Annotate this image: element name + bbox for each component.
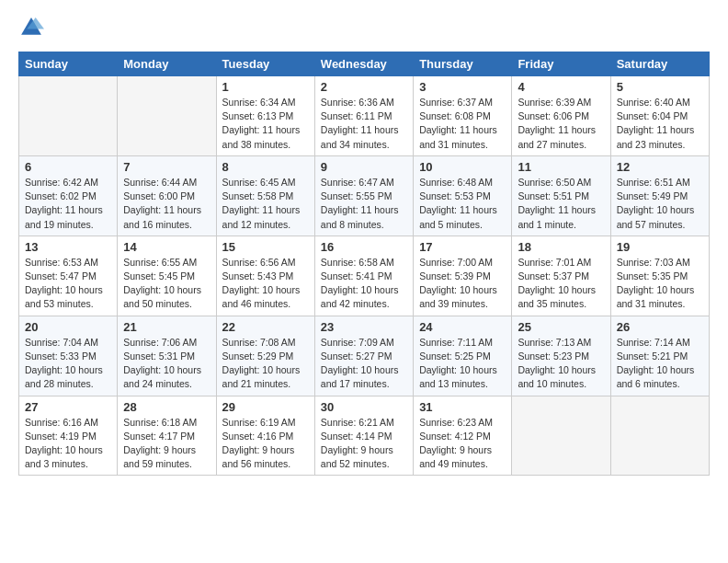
day-number: 14 [123, 240, 210, 254]
day-info: Sunrise: 6:34 AM Sunset: 6:13 PM Dayligh… [222, 96, 309, 152]
calendar-cell: 7Sunrise: 6:44 AM Sunset: 6:00 PM Daylig… [118, 155, 216, 236]
logo [18, 15, 48, 40]
day-info: Sunrise: 6:53 AM Sunset: 5:47 PM Dayligh… [25, 256, 111, 312]
day-number: 3 [419, 80, 506, 94]
weekday-header: Saturday [610, 52, 709, 76]
calendar-cell: 9Sunrise: 6:47 AM Sunset: 5:55 PM Daylig… [314, 155, 413, 236]
calendar-week-row: 13Sunrise: 6:53 AM Sunset: 5:47 PM Dayli… [19, 236, 710, 316]
calendar-cell: 24Sunrise: 7:11 AM Sunset: 5:25 PM Dayli… [414, 316, 512, 396]
day-info: Sunrise: 6:50 AM Sunset: 5:51 PM Dayligh… [518, 176, 604, 232]
calendar-cell: 27Sunrise: 6:16 AM Sunset: 4:19 PM Dayli… [19, 396, 118, 476]
calendar-cell: 28Sunrise: 6:18 AM Sunset: 4:17 PM Dayli… [118, 396, 216, 476]
calendar-cell [512, 396, 610, 476]
calendar-table: SundayMondayTuesdayWednesdayThursdayFrid… [18, 52, 710, 476]
day-number: 16 [321, 240, 407, 254]
calendar-cell: 30Sunrise: 6:21 AM Sunset: 4:14 PM Dayli… [314, 396, 413, 476]
weekday-header: Wednesday [314, 52, 413, 76]
day-info: Sunrise: 7:09 AM Sunset: 5:27 PM Dayligh… [321, 336, 407, 392]
day-number: 10 [419, 160, 506, 174]
calendar-cell: 22Sunrise: 7:08 AM Sunset: 5:29 PM Dayli… [216, 316, 314, 396]
day-number: 13 [25, 240, 111, 254]
weekday-header: Sunday [19, 52, 118, 76]
day-number: 24 [419, 320, 506, 334]
day-info: Sunrise: 6:36 AM Sunset: 6:11 PM Dayligh… [321, 96, 407, 152]
day-number: 4 [518, 80, 604, 94]
day-number: 9 [321, 160, 407, 174]
calendar-cell: 26Sunrise: 7:14 AM Sunset: 5:21 PM Dayli… [610, 316, 709, 396]
day-number: 2 [321, 80, 407, 94]
calendar-cell: 12Sunrise: 6:51 AM Sunset: 5:49 PM Dayli… [610, 155, 709, 236]
day-info: Sunrise: 6:19 AM Sunset: 4:16 PM Dayligh… [222, 416, 309, 472]
weekday-header-row: SundayMondayTuesdayWednesdayThursdayFrid… [19, 52, 710, 76]
day-number: 21 [123, 320, 210, 334]
day-number: 25 [518, 320, 604, 334]
day-number: 7 [123, 160, 210, 174]
calendar-cell [118, 76, 216, 156]
day-info: Sunrise: 6:21 AM Sunset: 4:14 PM Dayligh… [321, 416, 407, 472]
day-info: Sunrise: 6:37 AM Sunset: 6:08 PM Dayligh… [419, 96, 506, 152]
calendar-week-row: 1Sunrise: 6:34 AM Sunset: 6:13 PM Daylig… [19, 76, 710, 156]
weekday-header: Monday [118, 52, 216, 76]
calendar-cell: 17Sunrise: 7:00 AM Sunset: 5:39 PM Dayli… [414, 236, 512, 316]
day-info: Sunrise: 7:08 AM Sunset: 5:29 PM Dayligh… [222, 336, 309, 392]
day-info: Sunrise: 7:03 AM Sunset: 5:35 PM Dayligh… [617, 256, 703, 312]
day-number: 26 [617, 320, 703, 334]
calendar-cell: 16Sunrise: 6:58 AM Sunset: 5:41 PM Dayli… [314, 236, 413, 316]
day-info: Sunrise: 6:42 AM Sunset: 6:02 PM Dayligh… [25, 176, 111, 232]
calendar-week-row: 6Sunrise: 6:42 AM Sunset: 6:02 PM Daylig… [19, 155, 710, 236]
day-info: Sunrise: 7:06 AM Sunset: 5:31 PM Dayligh… [123, 336, 210, 392]
day-number: 5 [617, 80, 703, 94]
calendar-cell: 10Sunrise: 6:48 AM Sunset: 5:53 PM Dayli… [414, 155, 512, 236]
day-info: Sunrise: 6:23 AM Sunset: 4:12 PM Dayligh… [419, 416, 506, 472]
day-info: Sunrise: 6:51 AM Sunset: 5:49 PM Dayligh… [617, 176, 703, 232]
calendar-cell: 11Sunrise: 6:50 AM Sunset: 5:51 PM Dayli… [512, 155, 610, 236]
day-number: 30 [321, 400, 407, 414]
calendar-cell: 25Sunrise: 7:13 AM Sunset: 5:23 PM Dayli… [512, 316, 610, 396]
calendar-cell: 29Sunrise: 6:19 AM Sunset: 4:16 PM Dayli… [216, 396, 314, 476]
day-number: 11 [518, 160, 604, 174]
day-number: 12 [617, 160, 703, 174]
weekday-header: Thursday [414, 52, 512, 76]
calendar-cell: 20Sunrise: 7:04 AM Sunset: 5:33 PM Dayli… [19, 316, 118, 396]
day-info: Sunrise: 6:44 AM Sunset: 6:00 PM Dayligh… [123, 176, 210, 232]
day-info: Sunrise: 6:55 AM Sunset: 5:45 PM Dayligh… [123, 256, 210, 312]
day-info: Sunrise: 6:39 AM Sunset: 6:06 PM Dayligh… [518, 96, 604, 152]
day-number: 18 [518, 240, 604, 254]
day-number: 31 [419, 400, 506, 414]
day-info: Sunrise: 7:04 AM Sunset: 5:33 PM Dayligh… [25, 336, 111, 392]
calendar-cell: 5Sunrise: 6:40 AM Sunset: 6:04 PM Daylig… [610, 76, 709, 156]
day-number: 8 [222, 160, 309, 174]
calendar-cell: 23Sunrise: 7:09 AM Sunset: 5:27 PM Dayli… [314, 316, 413, 396]
day-number: 19 [617, 240, 703, 254]
logo-icon [18, 15, 44, 40]
weekday-header: Tuesday [216, 52, 314, 76]
calendar-cell: 4Sunrise: 6:39 AM Sunset: 6:06 PM Daylig… [512, 76, 610, 156]
calendar-cell: 1Sunrise: 6:34 AM Sunset: 6:13 PM Daylig… [216, 76, 314, 156]
calendar-week-row: 20Sunrise: 7:04 AM Sunset: 5:33 PM Dayli… [19, 316, 710, 396]
calendar-cell: 21Sunrise: 7:06 AM Sunset: 5:31 PM Dayli… [118, 316, 216, 396]
day-info: Sunrise: 7:00 AM Sunset: 5:39 PM Dayligh… [419, 256, 506, 312]
calendar-cell: 15Sunrise: 6:56 AM Sunset: 5:43 PM Dayli… [216, 236, 314, 316]
calendar-cell: 6Sunrise: 6:42 AM Sunset: 6:02 PM Daylig… [19, 155, 118, 236]
day-number: 17 [419, 240, 506, 254]
day-info: Sunrise: 6:40 AM Sunset: 6:04 PM Dayligh… [617, 96, 703, 152]
day-info: Sunrise: 7:11 AM Sunset: 5:25 PM Dayligh… [419, 336, 506, 392]
day-info: Sunrise: 7:13 AM Sunset: 5:23 PM Dayligh… [518, 336, 604, 392]
day-info: Sunrise: 6:48 AM Sunset: 5:53 PM Dayligh… [419, 176, 506, 232]
day-number: 22 [222, 320, 309, 334]
header [18, 15, 710, 40]
day-number: 15 [222, 240, 309, 254]
calendar-cell: 19Sunrise: 7:03 AM Sunset: 5:35 PM Dayli… [610, 236, 709, 316]
calendar-cell [19, 76, 118, 156]
day-info: Sunrise: 6:47 AM Sunset: 5:55 PM Dayligh… [321, 176, 407, 232]
calendar-cell: 31Sunrise: 6:23 AM Sunset: 4:12 PM Dayli… [414, 396, 512, 476]
calendar-cell: 18Sunrise: 7:01 AM Sunset: 5:37 PM Dayli… [512, 236, 610, 316]
calendar-cell: 13Sunrise: 6:53 AM Sunset: 5:47 PM Dayli… [19, 236, 118, 316]
day-number: 28 [123, 400, 210, 414]
weekday-header: Friday [512, 52, 610, 76]
day-info: Sunrise: 6:56 AM Sunset: 5:43 PM Dayligh… [222, 256, 309, 312]
day-number: 6 [25, 160, 111, 174]
day-number: 27 [25, 400, 111, 414]
calendar-cell: 14Sunrise: 6:55 AM Sunset: 5:45 PM Dayli… [118, 236, 216, 316]
day-info: Sunrise: 6:58 AM Sunset: 5:41 PM Dayligh… [321, 256, 407, 312]
